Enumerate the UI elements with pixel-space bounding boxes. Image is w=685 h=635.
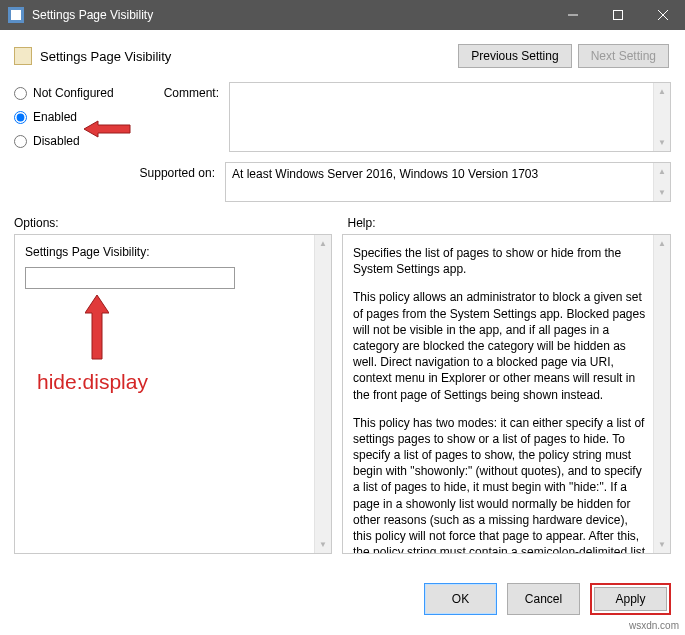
titlebar: Settings Page Visibility	[0, 0, 685, 30]
annotation-hint-text: hide:display	[37, 370, 148, 394]
radio-not-configured-input[interactable]	[14, 87, 27, 100]
radio-not-configured-label: Not Configured	[33, 86, 114, 100]
cancel-button[interactable]: Cancel	[507, 583, 580, 615]
help-paragraph: This policy allows an administrator to b…	[353, 289, 648, 402]
radio-not-configured[interactable]: Not Configured	[14, 86, 139, 100]
scroll-up-icon[interactable]: ▲	[654, 235, 670, 252]
minimize-button[interactable]	[550, 0, 595, 30]
scroll-up-icon[interactable]: ▲	[654, 83, 670, 100]
visibility-field-label: Settings Page Visibility:	[25, 245, 309, 259]
maximize-button[interactable]	[595, 0, 640, 30]
policy-header: Settings Page Visibility Previous Settin…	[0, 30, 685, 74]
help-label: Help:	[348, 216, 672, 230]
svg-marker-5	[85, 295, 109, 359]
help-paragraph: Specifies the list of pages to show or h…	[353, 245, 648, 277]
supported-on-label: Supported on:	[14, 162, 221, 202]
policy-title: Settings Page Visibility	[40, 49, 171, 64]
scroll-down-icon[interactable]: ▼	[654, 536, 670, 553]
annotation-arrow-left	[84, 119, 132, 139]
apply-button[interactable]: Apply	[594, 587, 667, 611]
radio-disabled-label: Disabled	[33, 134, 80, 148]
svg-rect-1	[613, 11, 622, 20]
supported-on-textbox: At least Windows Server 2016, Windows 10…	[225, 162, 671, 202]
scrollbar[interactable]: ▲ ▼	[314, 235, 331, 553]
scroll-down-icon[interactable]: ▼	[654, 184, 670, 201]
options-label: Options:	[14, 216, 338, 230]
next-setting-button[interactable]: Next Setting	[578, 44, 669, 68]
scrollbar[interactable]: ▲ ▼	[653, 235, 670, 553]
scrollbar[interactable]: ▲ ▼	[653, 163, 670, 201]
help-panel: Specifies the list of pages to show or h…	[342, 234, 671, 554]
annotation-apply-highlight: Apply	[590, 583, 671, 615]
options-panel: Settings Page Visibility: hide:display ▲…	[14, 234, 332, 554]
scroll-up-icon[interactable]: ▲	[315, 235, 331, 252]
radio-disabled-input[interactable]	[14, 135, 27, 148]
supported-on-text: At least Windows Server 2016, Windows 10…	[232, 167, 538, 181]
annotation-arrow-up	[85, 295, 109, 364]
ok-button[interactable]: OK	[424, 583, 497, 615]
visibility-input[interactable]	[25, 267, 235, 289]
window-icon	[8, 7, 24, 23]
watermark: wsxdn.com	[629, 620, 679, 631]
comment-textarea[interactable]: ▲ ▼	[229, 82, 671, 152]
scroll-up-icon[interactable]: ▲	[654, 163, 670, 180]
close-button[interactable]	[640, 0, 685, 30]
comment-label: Comment:	[143, 82, 225, 152]
radio-enabled-input[interactable]	[14, 111, 27, 124]
radio-enabled-label: Enabled	[33, 110, 77, 124]
svg-marker-4	[84, 121, 130, 137]
scrollbar[interactable]: ▲ ▼	[653, 83, 670, 151]
scroll-down-icon[interactable]: ▼	[315, 536, 331, 553]
scroll-down-icon[interactable]: ▼	[654, 134, 670, 151]
previous-setting-button[interactable]: Previous Setting	[458, 44, 571, 68]
help-paragraph: This policy has two modes: it can either…	[353, 415, 648, 554]
policy-icon	[14, 47, 32, 65]
window-title: Settings Page Visibility	[32, 8, 550, 22]
